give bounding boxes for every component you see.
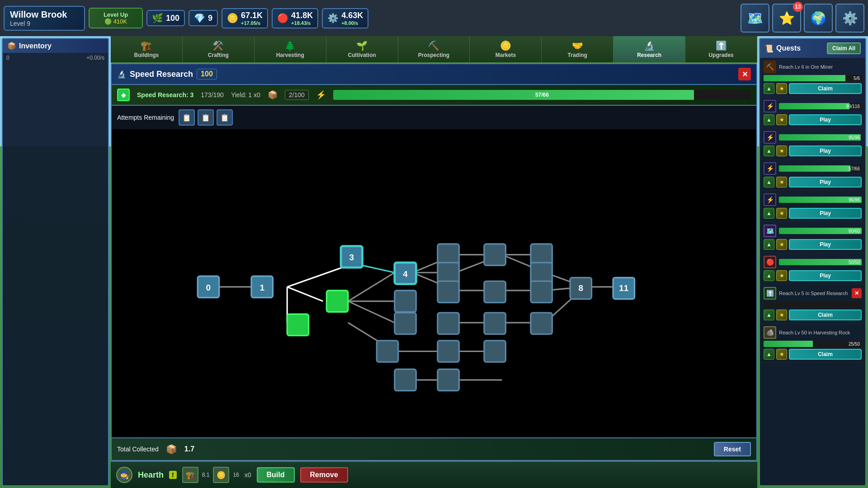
tab-harvesting[interactable]: 🌲 Harvesting bbox=[255, 36, 326, 62]
tab-cultivation-label: Cultivation bbox=[348, 52, 376, 58]
quest-text-8: Reach Lv 5 in Speed Research bbox=[779, 291, 849, 296]
quest-icon-4: ⚡ bbox=[764, 162, 776, 175]
quest-star-btn-5[interactable]: ★ bbox=[776, 208, 787, 219]
tab-cultivation[interactable]: 🌱 Cultivation bbox=[326, 36, 398, 62]
attempt-icon-1: 📋 bbox=[179, 109, 195, 126]
quest-row-8: ⬆️ Reach Lv 5 in Speed Research ✕ bbox=[764, 287, 862, 300]
quest-play-btn-3[interactable]: Play bbox=[789, 145, 862, 156]
svg-rect-56 bbox=[438, 341, 459, 362]
bottom-icon-2: 🪙 bbox=[213, 467, 229, 483]
tab-buildings[interactable]: 🏗️ Buildings bbox=[111, 36, 183, 62]
bottom-build-icons: 🏗️ 8.1 🪙 16 bbox=[182, 467, 239, 483]
quest-item-2: ⚡ 99/116 ▲ ★ Play bbox=[760, 97, 865, 128]
quest-star-btn-9[interactable]: ★ bbox=[776, 349, 787, 360]
quest-play-btn-5[interactable]: Play bbox=[789, 208, 862, 219]
settings-button[interactable]: ⚙️ bbox=[835, 4, 864, 33]
resource-icon-2: 🪙 bbox=[227, 13, 238, 23]
quest-star-btn-6[interactable]: ★ bbox=[776, 239, 787, 250]
quest-row-1: ⛏️ Reach Lv 6 in Ore Miner bbox=[764, 61, 862, 73]
claim-all-button[interactable]: Claim All bbox=[827, 42, 861, 54]
quest-star-btn-2[interactable]: ★ bbox=[776, 114, 787, 125]
quest-action-row-3: ▲ ★ Play bbox=[764, 145, 862, 156]
quest-play-btn-2[interactable]: Play bbox=[789, 114, 862, 125]
attempts-label: Attempts Remaining bbox=[117, 114, 174, 121]
quest-row-9: 🪨 Reach Lv 50 in Harvesting Rock bbox=[764, 326, 862, 339]
quest-icon-3: ⚡ bbox=[764, 131, 776, 144]
player-name: Willow Brook bbox=[10, 9, 79, 20]
tab-upgrades[interactable]: ⬆️ Upgrades bbox=[685, 36, 757, 62]
item-name: Speed Research: 3 bbox=[137, 91, 193, 99]
quest-up-btn-2[interactable]: ▲ bbox=[764, 114, 774, 125]
quest-up-btn-3[interactable]: ▲ bbox=[764, 145, 774, 156]
quest-progress-text-3: 95/96 bbox=[849, 135, 860, 140]
quest-star-btn-1[interactable]: ★ bbox=[776, 83, 787, 94]
panel-close-button[interactable]: ✕ bbox=[738, 68, 751, 80]
bottom-bar: 🧙 Hearth ! 🏗️ 8.1 🪙 16 x0 Build Remove bbox=[111, 461, 757, 488]
bottom-exclaim: ! bbox=[169, 471, 177, 479]
svg-rect-57 bbox=[484, 341, 506, 362]
research-item-row: ◆ Speed Research: 3 173/190 Yield: 1 x0 … bbox=[112, 85, 756, 106]
quest-up-btn-1[interactable]: ▲ bbox=[764, 83, 774, 94]
globe-button[interactable]: 🌍 bbox=[804, 4, 833, 33]
quest-star-btn-8[interactable]: ★ bbox=[776, 310, 787, 320]
bottom-num1: 8.1 bbox=[202, 472, 210, 478]
quest-star-btn-3[interactable]: ★ bbox=[776, 145, 787, 156]
quest-row-2: ⚡ 99/116 bbox=[764, 100, 862, 113]
tab-prospecting[interactable]: ⛏️ Prospecting bbox=[398, 36, 470, 62]
reset-button[interactable]: Reset bbox=[714, 442, 751, 456]
star-button[interactable]: ⭐ 13 bbox=[772, 4, 801, 33]
graph-area: 0 1 3 4 bbox=[112, 129, 756, 437]
quest-up-btn-4[interactable]: ▲ bbox=[764, 177, 774, 188]
svg-text:0: 0 bbox=[206, 283, 211, 292]
quest-star-btn-4[interactable]: ★ bbox=[776, 177, 787, 188]
tab-crafting[interactable]: ⚒️ Crafting bbox=[183, 36, 255, 62]
inventory-rate: +0.00/s bbox=[86, 55, 104, 61]
inventory-header: 📦 Inventory bbox=[3, 39, 108, 53]
item-count: 2/100 bbox=[285, 90, 309, 100]
quest-up-btn-9[interactable]: ▲ bbox=[764, 349, 774, 360]
quest-star-btn-7[interactable]: ★ bbox=[776, 270, 787, 281]
quest-up-btn-7[interactable]: ▲ bbox=[764, 270, 774, 281]
gem-icon: ◆ bbox=[117, 89, 130, 101]
build-button[interactable]: Build bbox=[257, 467, 295, 483]
attempt-icons: 📋 📋 📋 bbox=[179, 109, 233, 126]
tab-markets-icon: 🪙 bbox=[500, 40, 511, 51]
quest-progress-text-5: 96/96 bbox=[849, 197, 860, 202]
quest-up-btn-6[interactable]: ▲ bbox=[764, 239, 774, 250]
character-icon: 🧙 bbox=[116, 467, 132, 483]
quest-icon-8: ⬆️ bbox=[764, 287, 776, 300]
svg-rect-53 bbox=[484, 313, 506, 334]
quest-claim-btn-8[interactable]: Claim bbox=[789, 310, 862, 320]
tab-research[interactable]: 🔬 Research bbox=[613, 36, 685, 62]
svg-rect-40 bbox=[438, 281, 459, 303]
attempts-section: Attempts Remaining 📋 📋 📋 bbox=[112, 106, 756, 129]
right-sidebar: 📜 Quests Claim All ⛏️ Reach Lv 6 in Ore … bbox=[757, 36, 868, 488]
inventory-count: 0 bbox=[6, 55, 9, 61]
quest-claim-btn-1[interactable]: Claim bbox=[789, 83, 862, 94]
remove-button[interactable]: Remove bbox=[300, 467, 348, 483]
quest-close-btn-8[interactable]: ✕ bbox=[852, 288, 862, 298]
tab-markets[interactable]: 🪙 Markets bbox=[470, 36, 542, 62]
item-yield: Yield: 1 x0 bbox=[231, 91, 260, 99]
quest-up-btn-5[interactable]: ▲ bbox=[764, 208, 774, 219]
chest-icon-bottom: 📦 bbox=[166, 444, 177, 455]
tab-markets-label: Markets bbox=[495, 52, 516, 58]
resource-box-3: 🔴 41.8K +18.43/s bbox=[272, 8, 318, 28]
map-button[interactable]: 🗺️ bbox=[741, 4, 769, 33]
quest-claim-btn-9[interactable]: Claim bbox=[789, 349, 862, 360]
quest-play-btn-6[interactable]: Play bbox=[789, 239, 862, 250]
quest-up-btn-8[interactable]: ▲ bbox=[764, 310, 774, 320]
tab-harvesting-icon: 🌲 bbox=[284, 40, 296, 51]
quest-icon-7: 🔴 bbox=[764, 256, 776, 268]
quest-play-btn-7[interactable]: Play bbox=[789, 270, 862, 281]
tab-research-label: Research bbox=[637, 52, 661, 58]
research-progress-bar: 57/66 bbox=[333, 90, 751, 100]
attempt-icon-3: 📋 bbox=[217, 109, 233, 126]
quests-scroll[interactable]: ⛏️ Reach Lv 6 in Ore Miner 5/6 ▲ ★ Claim… bbox=[760, 58, 865, 485]
level-up-currency: 410K bbox=[113, 18, 127, 25]
quest-play-btn-4[interactable]: Play bbox=[789, 177, 862, 188]
tab-buildings-icon: 🏗️ bbox=[141, 40, 152, 51]
tab-trading[interactable]: 🤝 Trading bbox=[542, 36, 613, 62]
resource-val-4: 4.63K bbox=[341, 11, 363, 20]
level-up-button[interactable]: Level Up 🟢 410K bbox=[89, 8, 143, 28]
